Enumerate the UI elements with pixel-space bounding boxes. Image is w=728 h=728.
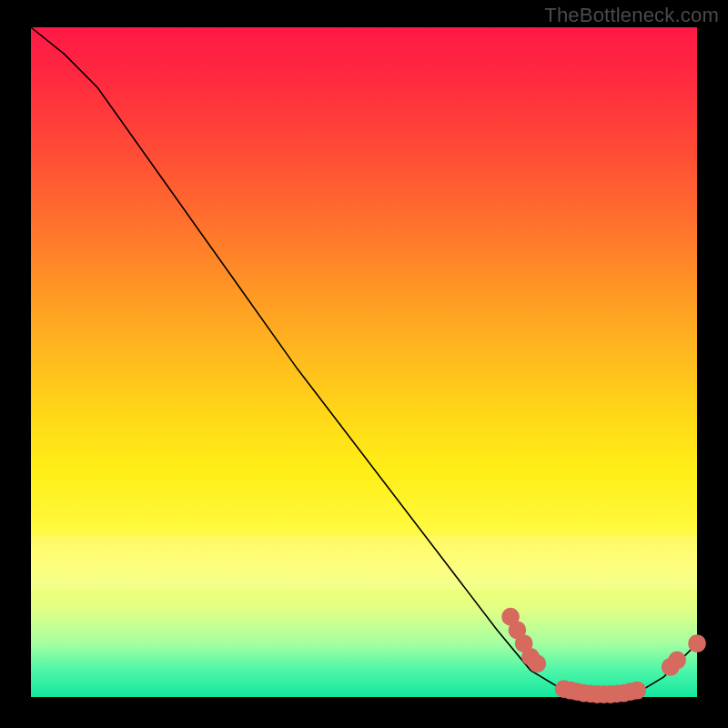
bottleneck-curve-path (31, 27, 697, 697)
bottleneck-curve-svg (31, 27, 697, 697)
match-point (632, 684, 642, 696)
gpu-point (531, 658, 542, 670)
cpu-point (692, 638, 703, 650)
gpu-point (518, 638, 529, 650)
gpu-point (505, 611, 516, 622)
watermark-text: TheBottleneck.com (544, 4, 719, 27)
chart-frame: TheBottleneck.com (0, 0, 728, 728)
gpu-point (511, 624, 522, 636)
cpu-point (672, 654, 682, 666)
plot-area (31, 27, 697, 697)
marker-group (505, 611, 703, 700)
